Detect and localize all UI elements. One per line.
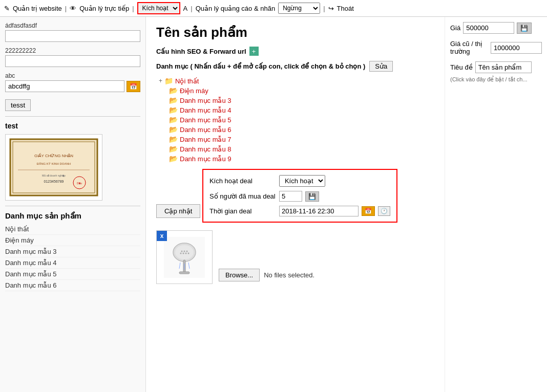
ngung-select[interactable]: Kích hoạt Ngừng xyxy=(278,3,320,14)
cat-link-0[interactable]: Nội thất xyxy=(5,225,29,233)
tree-child-link-5[interactable]: Danh mục mẫu 7 xyxy=(180,136,232,143)
test-section-title: test xyxy=(5,122,140,130)
old-price-row: Giá cũ / thị trường xyxy=(450,40,542,55)
image-thumb-box: x xyxy=(156,230,213,284)
seo-add-button[interactable]: + xyxy=(249,47,259,56)
tieu-de-input[interactable] xyxy=(475,61,532,73)
field-group-2: 222222222 xyxy=(5,47,140,67)
gia-cu-label: Giá cũ / thị trường xyxy=(450,40,488,55)
product-image xyxy=(164,237,205,278)
deal-so-nguoi-row: Số người đã mua deal 💾 xyxy=(209,191,390,202)
svg-point-16 xyxy=(183,252,184,254)
calendar-button[interactable]: 📅 xyxy=(127,81,140,92)
sua-button[interactable]: Sửa xyxy=(369,61,393,72)
category-list: Nội thất Điện máy Danh mục mẫu 3 Danh mụ… xyxy=(5,224,140,291)
tieu-de-label: Tiêu đề xyxy=(450,63,473,71)
field1-label: ádfasdfasdf xyxy=(5,22,140,29)
cat-link-2[interactable]: Danh mục mẫu 3 xyxy=(5,248,57,255)
gia-cu-input[interactable] xyxy=(491,42,542,54)
cat-link-4[interactable]: Danh mục mẫu 5 xyxy=(5,270,57,278)
nav-thoat[interactable]: Thoát xyxy=(337,5,354,12)
logout-icon: ↪ xyxy=(328,5,334,12)
field-group-3: abc 📅 xyxy=(5,72,140,92)
price-row: Giá 💾 xyxy=(450,22,542,34)
nav-qc[interactable]: Quản lý quảng cáo & nhãn xyxy=(196,5,276,12)
image-remove-button[interactable]: x xyxy=(157,231,167,241)
folder-icon: 📁 xyxy=(164,77,173,85)
nav-quan-ly[interactable]: Quản lý trực tiếp xyxy=(79,5,129,12)
cat-link-3[interactable]: Danh mục mẫu 4 xyxy=(5,259,57,267)
deal-so-nguoi-save[interactable]: 💾 xyxy=(305,191,319,202)
gia-label: Giá xyxy=(450,24,460,32)
top-nav: ✎ Quản trị website | 👁 Quản lý trực tiếp… xyxy=(0,0,547,17)
field-group-1: ádfasdfasdf xyxy=(5,22,140,42)
divider-2 xyxy=(5,206,140,206)
gia-save-button[interactable]: 💾 xyxy=(517,23,532,34)
update-button[interactable]: Cập nhật xyxy=(156,204,200,218)
svg-point-13 xyxy=(184,250,185,252)
list-item: Danh mục mẫu 4 xyxy=(5,257,140,269)
main-content: Tên sản phẩm Cấu hình SEO & Forward url … xyxy=(146,17,445,392)
tieu-de-hint: (Click vào đây để bật / tắt ch... xyxy=(450,76,542,83)
tree-child-link-6[interactable]: Danh mục mẫu 8 xyxy=(180,145,232,153)
sidebar: ádfasdfasdf 222222222 abc 📅 tesst test G… xyxy=(0,17,146,392)
category-row: Danh mục ( Nhấn dấu + để mở cấp con, cli… xyxy=(156,61,434,72)
list-item: Nội thất xyxy=(5,224,140,235)
deal-so-nguoi-label: Số người đã mua deal xyxy=(209,192,276,200)
folder-icon: 📂 xyxy=(169,116,178,124)
tree-item: 📂 Danh mục mẫu 8 xyxy=(169,145,434,153)
svg-text:GIẤY CHỨNG NHẬN: GIẤY CHỨNG NHẬN xyxy=(34,153,73,158)
seo-row: Cấu hình SEO & Forward url + xyxy=(156,47,434,56)
tree-item: 📂 Điện máy xyxy=(169,86,434,95)
tree-root-link[interactable]: Nội thất xyxy=(175,77,199,85)
field1-input[interactable] xyxy=(5,30,140,42)
field3-input[interactable] xyxy=(5,80,124,92)
deal-thoi-gian-label: Thời gian deal xyxy=(209,207,276,215)
svg-text:Mã số doanh nghiệp: Mã số doanh nghiệp xyxy=(42,174,66,177)
folder-icon: 📂 xyxy=(169,135,178,143)
svg-text:ĐĂNG KÝ KINH DOANH: ĐĂNG KÝ KINH DOANH xyxy=(37,162,71,165)
tree-item: 📂 Danh mục mẫu 3 xyxy=(169,96,434,104)
gia-input[interactable] xyxy=(463,22,514,34)
cat-section-title: Danh mục sản phẩm xyxy=(5,211,140,221)
divider-1 xyxy=(5,116,140,117)
deal-kich-hoat-row: Kích hoạt deal Kích hoạt Ngừng xyxy=(209,175,390,187)
tree-child-link-4[interactable]: Danh mục mẫu 6 xyxy=(180,126,232,134)
svg-point-14 xyxy=(186,250,188,252)
field2-label: 222222222 xyxy=(5,47,140,54)
folder-icon: 📂 xyxy=(169,86,178,95)
list-item: Danh mục mẫu 6 xyxy=(5,280,140,291)
folder-icon: 📂 xyxy=(169,106,178,114)
tree-child-link-3[interactable]: Danh mục mẫu 5 xyxy=(180,116,232,124)
list-item: Danh mục mẫu 3 xyxy=(5,246,140,257)
svg-rect-20 xyxy=(179,272,190,274)
svg-point-11 xyxy=(175,245,194,259)
test-button[interactable]: tesst xyxy=(5,99,31,111)
tree-child-link-1[interactable]: Danh mục mẫu 3 xyxy=(180,97,232,104)
main-layout: ádfasdfasdf 222222222 abc 📅 tesst test G… xyxy=(0,17,547,392)
browse-button[interactable]: Browse... xyxy=(219,269,260,281)
deal-so-nguoi-input[interactable] xyxy=(279,191,302,202)
tree-child-link-7[interactable]: Danh mục mẫu 9 xyxy=(180,155,232,163)
tree-child-link-0[interactable]: Điện máy xyxy=(180,87,208,95)
cat-link-5[interactable]: Danh mục mẫu 6 xyxy=(5,281,57,289)
cat-link-1[interactable]: Điện máy xyxy=(5,236,34,244)
deal-clock-button[interactable]: 🕐 xyxy=(378,206,390,216)
svg-text:Dấu: Dấu xyxy=(77,182,82,185)
kich-hoat-select[interactable]: Kích hoạt Ngừng xyxy=(137,2,180,14)
image-thumbnail: GIẤY CHỨNG NHẬN ĐĂNG KÝ KINH DOANH Mã số… xyxy=(5,134,102,201)
eye-icon: 👁 xyxy=(70,5,76,12)
browse-area: Browse... No files selected. xyxy=(219,269,314,281)
deal-kich-hoat-select[interactable]: Kích hoạt Ngừng xyxy=(279,175,325,187)
field2-input[interactable] xyxy=(5,55,140,67)
nav-quan-tri[interactable]: Quản trị website xyxy=(13,5,62,12)
list-item: Điện máy xyxy=(5,235,140,246)
category-tree: + 📁 Nội thất 📂 Điện máy 📂 Danh mục mẫu 3… xyxy=(159,77,434,163)
seo-label: Cấu hình SEO & Forward url xyxy=(156,48,246,55)
tree-item: 📂 Danh mục mẫu 5 xyxy=(169,116,434,124)
no-file-text: No files selected. xyxy=(264,271,314,279)
tree-expand-icon[interactable]: + xyxy=(159,77,162,84)
deal-thoi-gian-input[interactable] xyxy=(279,206,359,216)
tree-child-link-2[interactable]: Danh mục mẫu 4 xyxy=(180,106,232,114)
deal-calendar-button[interactable]: 📅 xyxy=(362,206,375,216)
